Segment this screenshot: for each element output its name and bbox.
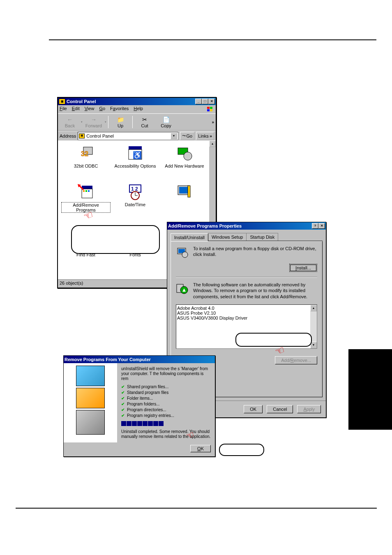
check-item: ✔Folder items...: [121, 396, 211, 401]
address-input[interactable]: ▣ Control Panel ▾: [78, 132, 178, 140]
svg-text:♿: ♿: [133, 151, 142, 160]
tab-install-uninstall[interactable]: Install/Uninstall: [171, 233, 208, 241]
svg-rect-0: [207, 107, 210, 109]
check-icon: ✔: [121, 413, 125, 418]
list-item[interactable]: Adobe Acrobat 4.0: [177, 306, 316, 311]
address-label: Address: [60, 134, 76, 138]
uninstall-intro: unInstallShield will remove the s 'Manag…: [121, 366, 211, 381]
uninstall-image-2: [76, 388, 105, 408]
cancel-button[interactable]: Cancel: [267, 405, 293, 413]
check-item: ✔Program folders...: [121, 402, 211, 406]
menu-bar: File Edit View Go Favorites Help: [58, 105, 216, 113]
copy-button[interactable]: 📄Copy: [156, 116, 176, 128]
check-icon: ✔: [121, 402, 125, 406]
tab-windows-setup[interactable]: Windows Setup: [208, 233, 247, 241]
svg-rect-14: [85, 190, 87, 192]
address-bar: Address ▣ Control Panel ▾ ⤳Go Links »: [58, 131, 216, 140]
check-item: ✔Program registry entries...: [121, 413, 211, 418]
menu-edit[interactable]: Edit: [72, 106, 80, 113]
menu-help[interactable]: Help: [134, 106, 143, 113]
odbc-icon: 32: [78, 145, 94, 162]
uninstall-window: Remove Programs From Your Computer unIns…: [63, 355, 215, 457]
check-icon: ✔: [121, 408, 125, 412]
cp-item-date-time[interactable]: 1 2 Date/Time: [111, 182, 160, 221]
callout-oval-3: [235, 333, 312, 347]
page-bottom-rule: [16, 508, 377, 509]
list-item[interactable]: ASUS Probe V2.10: [177, 311, 316, 315]
side-tab-block: [348, 349, 392, 430]
windows-flag-icon: [206, 106, 214, 113]
up-button[interactable]: 📁Up: [110, 116, 131, 128]
ok-button[interactable]: OK: [244, 405, 263, 413]
svg-rect-15: [88, 190, 90, 192]
menu-file[interactable]: File: [60, 106, 67, 113]
toolbar-overflow[interactable]: »: [212, 120, 214, 124]
tab-strip: Install/Uninstall Windows Setup Startup …: [171, 233, 323, 241]
remove-icon: [176, 282, 189, 295]
minimize-button[interactable]: _: [195, 99, 202, 104]
arp-titlebar[interactable]: Add/Remove Programs Properties ? ✕: [167, 222, 326, 230]
check-icon: ✔: [121, 390, 125, 395]
svg-rect-1: [210, 107, 212, 109]
close-button[interactable]: ✕: [208, 99, 215, 104]
accessibility-icon: ♿: [127, 145, 143, 162]
callout-oval-1: [71, 225, 160, 254]
tab-startup-disk[interactable]: Startup Disk: [246, 233, 278, 241]
apply-button[interactable]: Apply: [297, 405, 321, 413]
date-time-icon: 1 2: [127, 184, 143, 200]
maximize-button[interactable]: □: [202, 99, 208, 104]
menu-view[interactable]: View: [85, 106, 95, 113]
close-button[interactable]: ✕: [318, 223, 325, 229]
check-item: ✔Shared program files...: [121, 385, 211, 389]
check-icon: ✔: [121, 396, 125, 401]
svg-point-10: [184, 152, 192, 160]
uninstall-ok-button[interactable]: OK: [190, 445, 211, 452]
scroll-up[interactable]: ▴: [310, 305, 317, 311]
address-folder-icon: ▣: [79, 134, 85, 138]
remove-text: The following software can be automatica…: [193, 282, 317, 299]
add-hardware-icon: [176, 145, 193, 162]
uninstall-titlebar[interactable]: Remove Programs From Your Computer: [64, 356, 215, 363]
uninstall-title: Remove Programs From Your Computer: [65, 357, 214, 362]
svg-text:1 2: 1 2: [131, 186, 138, 192]
callout-oval-2: [219, 444, 264, 456]
forward-button[interactable]: →Forward: [83, 116, 104, 128]
menu-favorites[interactable]: Favorites: [110, 106, 129, 113]
go-button[interactable]: ⤳Go: [180, 132, 195, 140]
toolbar: ←Back ▾ →Forward ▾ 📁Up ✂Cut 📄Copy »: [58, 113, 216, 131]
control-panel-titlebar[interactable]: ▣ Control Panel _ □ ✕: [58, 98, 216, 105]
help-button[interactable]: ?: [312, 223, 318, 229]
links-button[interactable]: Links »: [196, 132, 214, 140]
check-item: ✔Standard program files: [121, 390, 211, 395]
svg-rect-24: [188, 186, 190, 197]
svg-rect-23: [179, 187, 188, 193]
add-remove-button[interactable]: Add/Remove...: [275, 356, 317, 364]
page-top-rule: [49, 39, 376, 40]
add-remove-programs-icon: [78, 184, 94, 200]
svg-rect-11: [82, 186, 92, 189]
cp-item-accessibility[interactable]: ♿ Accessibility Options: [111, 144, 160, 182]
uninstall-done-text: Uninstall completed. Some removed. You s…: [121, 429, 211, 439]
control-panel-icon: ▣: [59, 99, 65, 104]
back-button[interactable]: ←Back: [60, 116, 80, 128]
svg-rect-6: [129, 146, 142, 150]
scroll-up[interactable]: ▴: [209, 140, 216, 147]
display-icon: [176, 184, 193, 200]
uninstall-image-3: [76, 410, 105, 435]
install-text: To install a new program from a floppy d…: [193, 246, 317, 259]
control-panel-title: Control Panel: [67, 99, 195, 104]
programs-listbox[interactable]: Adobe Acrobat 4.0 ASUS Probe V2.10 ASUS …: [176, 304, 317, 349]
address-dropdown[interactable]: ▾: [171, 133, 177, 139]
cut-button[interactable]: ✂Cut: [134, 116, 155, 128]
list-item[interactable]: ASUS V3400/V3800 Display Driver: [177, 315, 316, 320]
cp-item-32bit-odbc[interactable]: 32 32bit ODBC: [61, 144, 111, 182]
menu-go[interactable]: Go: [99, 106, 105, 113]
cp-item-display[interactable]: [160, 182, 209, 221]
svg-text:32: 32: [81, 150, 88, 157]
install-button[interactable]: Install...: [289, 264, 317, 272]
address-value: Control Panel: [86, 134, 114, 138]
svg-rect-13: [83, 190, 85, 192]
install-icon: [176, 246, 189, 259]
cp-item-add-hardware[interactable]: Add New Hardware: [160, 144, 209, 182]
svg-rect-2: [207, 109, 210, 111]
